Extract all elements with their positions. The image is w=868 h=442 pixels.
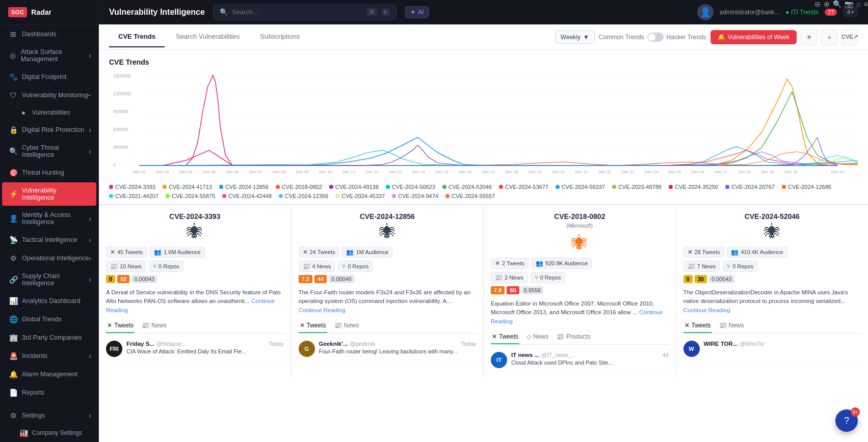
- card-2-subtitle: (Microsoft): [491, 223, 669, 229]
- sidebar-item-supply-chain[interactable]: 🔗 Supply Chain Intelligence: [2, 268, 96, 291]
- spider-icon-3: 🕷: [764, 223, 780, 241]
- svg-text:Dec 25: Dec 25: [668, 170, 681, 174]
- github-icon-1: ⑂: [342, 263, 346, 270]
- sidebar-item-vulnerabilities[interactable]: ● Vulnerabilities: [14, 105, 96, 120]
- cve-card-0: CVE-2024-3393 🕷 ✕ 45 Tweets 👥 1.6M Audie…: [99, 205, 292, 379]
- score-3-1: 0.00046: [329, 275, 354, 283]
- cve-icon-button[interactable]: CVE↗: [841, 29, 858, 45]
- svg-text:Dec 20: Dec 20: [552, 170, 565, 174]
- sidebar-item-digital-footprint[interactable]: 🐾 Digital Footprint: [2, 68, 96, 86]
- vuln-icon: ●: [19, 108, 28, 117]
- search-input[interactable]: [232, 8, 362, 16]
- card-3-tabs: ✕ Tweets 📰 News: [683, 319, 861, 334]
- sun-icon-button[interactable]: ☀: [801, 29, 817, 45]
- sidebar-item-dashboards[interactable]: ⊞ Dashboards: [2, 25, 96, 43]
- tweet-avatar-0: FRI: [106, 341, 122, 357]
- people-icon: 👥: [154, 248, 162, 256]
- card-1-tab-news[interactable]: 📰 News: [333, 319, 360, 333]
- tab-cve-trends[interactable]: CVE Trends: [109, 26, 165, 47]
- ai-button[interactable]: ✦ AI: [405, 6, 429, 18]
- legend-item-8: CVE-2024-56337: [556, 184, 605, 190]
- card-3-continue-link[interactable]: Continue Reading: [683, 307, 730, 313]
- cve-card-1: CVE-2024-12856 🕷 ✕ 24 Tweets 👥 1M Audien…: [292, 205, 484, 379]
- attack-surface-icon: ◎: [9, 51, 16, 60]
- search-bar[interactable]: 🔍 ⌘ K: [213, 4, 397, 20]
- sidebar-item-identity-access[interactable]: 👤 Identity & Access Intelligence: [2, 207, 96, 230]
- cve-cards-row: CVE-2024-3393 🕷 ✕ 45 Tweets 👥 1.6M Audie…: [99, 205, 868, 379]
- tab-search-vulnerabilities[interactable]: Search Vulnerabilities: [167, 26, 249, 47]
- tab-subscriptions[interactable]: Subscriptions: [251, 26, 309, 47]
- legend-item-11: CVE-2024-20767: [725, 184, 775, 190]
- svg-text:900000: 900000: [113, 109, 128, 114]
- grid-icon: ⊞: [9, 30, 17, 38]
- svg-text:Dec 23: Dec 23: [622, 170, 635, 174]
- sidebar-item-threat-hunting[interactable]: 🎯 Threat Hunting: [2, 164, 96, 181]
- tweet-name-3: WIRE TOR...: [704, 341, 738, 347]
- spider-icon-0: 🕷: [187, 223, 203, 241]
- topbar-extra-badge[interactable]: 4+: [843, 7, 858, 17]
- sidebar-item-company-settings[interactable]: 🏭 Company Settings: [14, 425, 96, 440]
- card-1-tab-tweets[interactable]: ✕ Tweets: [299, 319, 327, 333]
- audience-badge-0: 👥 1.6M Audience: [150, 246, 205, 258]
- card-0-spider: 🕷: [106, 223, 284, 241]
- card-0-title: CVE-2024-3393: [106, 212, 284, 220]
- svg-text:Dec 05: Dec 05: [203, 170, 216, 174]
- sidebar-item-alarm-management[interactable]: 🔔 Alarm Management: [2, 366, 96, 383]
- tweet-handle-2: @IT_news_...: [541, 352, 576, 358]
- ai-label: AI: [418, 9, 424, 16]
- svg-text:Dec 06: Dec 06: [226, 170, 240, 174]
- sidebar-item-vulnerability-monitoring[interactable]: 🛡 Vulnerability Monitoring: [2, 87, 96, 104]
- plus-icon-button[interactable]: +: [821, 29, 837, 45]
- sidebar-item-label: Alarm Management: [22, 371, 77, 378]
- sidebar-item-vulnerability-intelligence[interactable]: ⚡ Vulnerability Intelligence: [2, 182, 96, 206]
- sidebar-item-operational-intelligence[interactable]: ⚙ Operational Intelligence: [2, 250, 96, 267]
- avatar-text-0: FRI: [110, 346, 119, 352]
- sidebar-item-reports[interactable]: 📄 Reports: [2, 384, 96, 401]
- sidebar-item-digital-risk[interactable]: 🔒 Digital Risk Protection: [2, 121, 96, 139]
- score-2-3: 30: [695, 275, 707, 283]
- score-2-2: 80: [507, 286, 519, 294]
- svg-text:Dec 02: Dec 02: [133, 170, 146, 174]
- score-1-2: 7.8: [491, 286, 505, 294]
- tweet-text-0: CIA Wave of Attack: Emitted Daly Its Ema…: [126, 348, 284, 355]
- card-2-scores: 7.8 80 0.9556: [491, 286, 669, 294]
- sidebar-item-settings[interactable]: ⚙ Settings: [2, 407, 96, 424]
- card-0-stats: ✕ 45 Tweets 👥 1.6M Audience 📰 10 News: [106, 246, 284, 283]
- gear-icon: ⚙: [9, 254, 17, 262]
- sidebar-item-cyber-threat[interactable]: 🔍 Cyber Threat Intelligence: [2, 140, 96, 163]
- search-icon: 🔍: [9, 147, 17, 155]
- sidebar-item-label: Vulnerability Monitoring: [22, 92, 88, 99]
- sidebar-item-attack-surface[interactable]: ◎ Attack Surface Management: [2, 44, 96, 67]
- weekly-select[interactable]: Weekly ▼: [555, 31, 595, 44]
- card-2-tab-news[interactable]: 📰 Products: [556, 330, 591, 344]
- sidebar-item-global-trends[interactable]: 🌐 Global Trends: [2, 311, 96, 328]
- sidebar-item-3rd-party[interactable]: 🏢 3rd Party Companies: [2, 329, 96, 346]
- tweet-avatar-2: IT: [491, 352, 507, 368]
- card-1-continue-link[interactable]: Continue Reading: [299, 307, 346, 313]
- news-badge-0: 📰 10 News: [106, 261, 146, 272]
- avatar-image: 👤: [700, 7, 711, 18]
- card-1-scores: 7.2 44 0.00046: [299, 275, 477, 283]
- vulnerabilities-of-week-button[interactable]: 🔔 Vulnerabilities of Week: [711, 30, 797, 44]
- sidebar-item-incidents[interactable]: 🚨 Incidents: [2, 347, 96, 365]
- card-2-tab-tweets[interactable]: ✕ Tweets: [491, 330, 519, 344]
- search-icon: 🔍: [220, 8, 228, 16]
- news-badge-1: 📰 4 News: [299, 261, 335, 272]
- svg-text:Dec 26: Dec 26: [692, 170, 705, 174]
- hacker-trends-toggle[interactable]: [647, 33, 664, 42]
- card-3-tab-news[interactable]: 📰 News: [718, 319, 745, 333]
- topbar-notification-badge[interactable]: 77: [825, 9, 837, 16]
- card-3-tab-tweets[interactable]: ✕ Tweets: [683, 319, 712, 333]
- score-1-1: 7.2: [299, 275, 312, 283]
- card-0-tab-tweets[interactable]: ✕ Tweets: [106, 319, 135, 333]
- score-2-0: 52: [117, 275, 129, 283]
- card-0-tab-news[interactable]: 📰 News: [141, 319, 168, 333]
- cve-card-3: CVE-2024-52046 🕷 ✕ 28 Tweets 👥 410.4K Au…: [676, 205, 869, 379]
- floating-help-button[interactable]: ? 9+: [835, 409, 858, 432]
- svg-text:Dec 17: Dec 17: [482, 170, 495, 174]
- x-icon-2: ✕: [495, 260, 500, 267]
- card-2-tab-products[interactable]: ◇ News: [525, 330, 549, 344]
- sidebar-item-analytics-dashboard[interactable]: 📊 Analytics Dashboard: [2, 292, 96, 310]
- sidebar-item-label: Operational Intelligence: [22, 255, 89, 262]
- sidebar-item-tactical-intelligence[interactable]: 📡 Tactical Intelligence: [2, 231, 96, 248]
